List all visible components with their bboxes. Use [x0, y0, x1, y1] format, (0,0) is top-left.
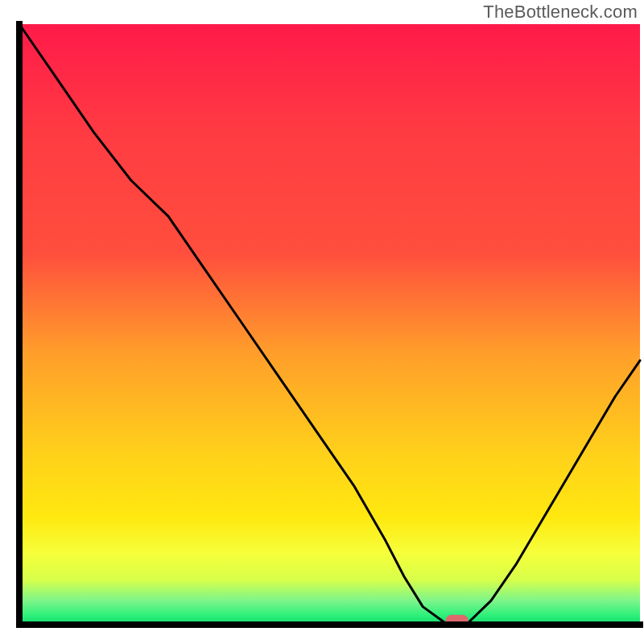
- watermark-text: TheBottleneck.com: [483, 2, 638, 23]
- chart-container: TheBottleneck.com: [0, 0, 644, 644]
- gradient-background: [19, 24, 640, 625]
- bottleneck-chart: [0, 0, 644, 644]
